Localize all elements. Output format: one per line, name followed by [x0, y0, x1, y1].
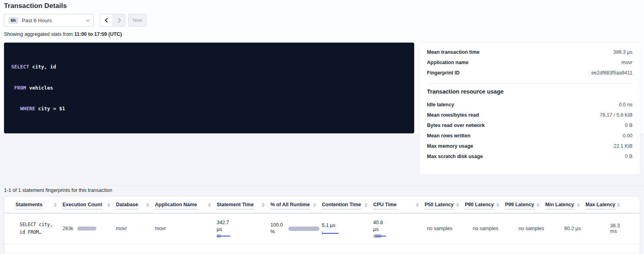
cpu-time-bar	[373, 234, 387, 238]
p50-latency-cell: no samples	[425, 226, 465, 231]
column-header-execution-count[interactable]: Execution Count	[63, 197, 116, 213]
sort-icon	[146, 203, 149, 207]
sort-icon	[496, 203, 499, 207]
sort-icon	[54, 203, 57, 207]
application-name-cell: movr	[155, 226, 217, 231]
statement-cell[interactable]: SELECT city,id FROM…	[16, 221, 63, 236]
summary-row: Mean transaction time 386.3 µs	[427, 47, 632, 57]
column-header-max-latency[interactable]: Max Latency	[585, 197, 626, 213]
sort-icon	[456, 203, 459, 207]
resource-usage-title: Transaction resource usage	[427, 88, 632, 95]
chevron-down-icon	[86, 18, 90, 21]
column-header-runtime-pct[interactable]: % of All Runtime	[270, 197, 322, 213]
summary-row: Idle latency 0.0 ns	[427, 100, 632, 110]
now-button[interactable]: Now	[128, 14, 147, 27]
summary-row: Mean rows/bytes read 78.17 / 5.8 KiB	[427, 110, 632, 120]
contention-time-bar	[322, 231, 339, 235]
column-header-statements[interactable]: Statements	[16, 197, 63, 213]
sort-icon	[577, 203, 580, 207]
summary-row: Max memory usage 22.1 KiB	[427, 141, 632, 151]
sql-line: WHERE city = $1	[11, 105, 407, 112]
divider	[0, 186, 644, 186]
sql-line: FROM vehicles	[11, 84, 407, 92]
statement-time-bar	[217, 234, 233, 238]
divider	[427, 83, 632, 84]
column-header-database[interactable]: Database	[116, 197, 155, 213]
runtime-pct-cell: 100.0 %	[270, 222, 322, 235]
execution-count-cell: 263k	[63, 226, 116, 231]
sort-icon	[313, 203, 316, 207]
table-header-row: Statements Execution Count Database Appl…	[4, 197, 640, 213]
previous-range-button[interactable]	[100, 14, 113, 26]
fingerprints-caption: 1-1 of 1 statement fingerprints for this…	[4, 188, 112, 193]
column-header-contention-time[interactable]: Contention Time	[322, 197, 373, 213]
summary-row: Bytes read over network 0 B	[427, 120, 632, 131]
sql-statement-box: SELECT city, id FROM vehicles WHERE city…	[4, 43, 414, 133]
contention-time-cell: 5.1 µs	[322, 222, 373, 235]
table-row: SELECT city,id FROM… 263k movr movr 342.…	[4, 213, 640, 244]
database-cell: movr	[116, 226, 155, 231]
chevron-right-icon	[116, 18, 121, 22]
sort-icon	[416, 203, 419, 207]
column-header-p90-latency[interactable]: P90 Latency	[465, 197, 505, 213]
sort-icon	[262, 203, 265, 207]
summary-row: Fingerprint ID ee2df683f5aa9411	[427, 68, 632, 78]
summary-row: Mean rows written 0.00	[427, 131, 632, 141]
sort-icon	[536, 203, 540, 207]
chevron-left-icon	[105, 18, 109, 22]
statement-time-cell: 342.7 µs	[217, 219, 270, 238]
statement-link[interactable]: SELECT city,id FROM…	[16, 221, 63, 236]
time-range-label: Past 6 Hours	[22, 18, 86, 23]
time-nav-group	[100, 14, 125, 27]
column-header-statement-time[interactable]: Statement Time	[217, 197, 270, 213]
p99-latency-cell: no samples	[505, 226, 545, 231]
sql-line: SELECT city, id	[11, 63, 407, 70]
summary-row: Application name movr	[427, 57, 632, 68]
max-latency-cell: 36.3 ms	[585, 223, 626, 234]
column-header-p50-latency[interactable]: P50 Latency	[425, 197, 465, 213]
next-range-button[interactable]	[113, 14, 125, 26]
aggregated-stats-line: Showing aggregated stats from 11:00 to 1…	[4, 31, 122, 37]
sort-icon	[107, 203, 110, 207]
sort-icon	[208, 203, 211, 207]
column-header-cpu-time[interactable]: CPU Time	[373, 197, 425, 213]
time-range-badge: 6h	[8, 17, 18, 24]
column-header-p99-latency[interactable]: P99 Latency	[505, 197, 545, 213]
execution-count-bar	[77, 227, 96, 231]
column-header-min-latency[interactable]: Min Latency	[545, 197, 585, 213]
runtime-pct-bar	[288, 227, 319, 231]
min-latency-cell: 60.2 µs	[545, 226, 585, 231]
statements-table: Statements Execution Count Database Appl…	[4, 196, 640, 254]
time-range-select[interactable]: 6h Past 6 Hours	[4, 14, 94, 27]
transaction-summary-card: Mean transaction time 386.3 µs Applicati…	[419, 43, 640, 174]
sort-icon	[364, 203, 368, 207]
page-title: Transaction Details	[4, 2, 67, 10]
sort-icon	[617, 203, 620, 207]
summary-row: Max scratch disk usage 0 B	[427, 151, 632, 162]
stats-range: 11:00 to 17:59 (UTC)	[74, 31, 122, 37]
column-header-application-name[interactable]: Application Name	[155, 197, 217, 213]
cpu-time-cell: 40.8 µs	[373, 219, 425, 238]
p90-latency-cell: no samples	[465, 226, 505, 231]
